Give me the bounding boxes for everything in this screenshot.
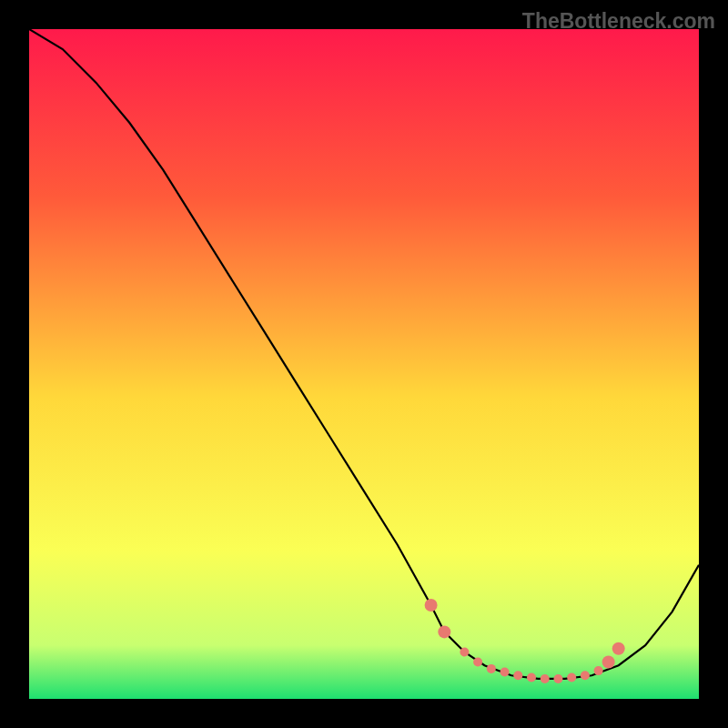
- marker-point: [581, 671, 590, 680]
- watermark-text: TheBottleneck.com: [522, 9, 715, 34]
- marker-point: [527, 672, 536, 682]
- marker-point: [612, 642, 625, 655]
- marker-point: [567, 672, 576, 682]
- marker-point: [500, 668, 510, 677]
- marker-point: [513, 671, 522, 680]
- plot-area: [29, 29, 699, 699]
- marker-point: [438, 625, 450, 638]
- chart-frame: [29, 29, 699, 699]
- marker-point: [594, 666, 603, 675]
- bottleneck-curve: [29, 29, 699, 679]
- curve-layer: [29, 29, 699, 699]
- marker-point: [460, 647, 469, 656]
- marker-point: [473, 658, 482, 667]
- marker-point: [541, 674, 550, 683]
- marker-point: [553, 674, 562, 683]
- marker-point: [487, 664, 496, 673]
- marker-point: [425, 599, 438, 612]
- marker-point: [602, 656, 615, 669]
